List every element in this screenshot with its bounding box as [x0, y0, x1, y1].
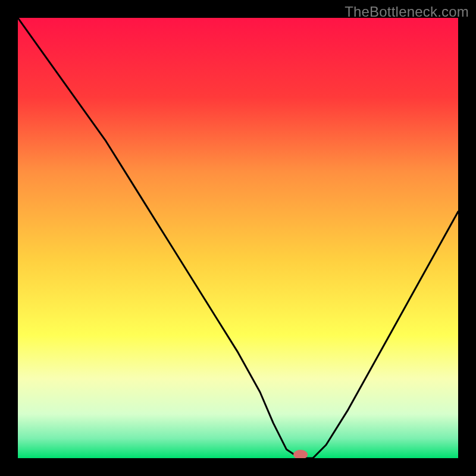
plot-area: [18, 18, 458, 458]
gradient-background: [18, 18, 458, 458]
chart-svg: [18, 18, 458, 458]
chart-container: TheBottleneck.com: [0, 0, 476, 476]
